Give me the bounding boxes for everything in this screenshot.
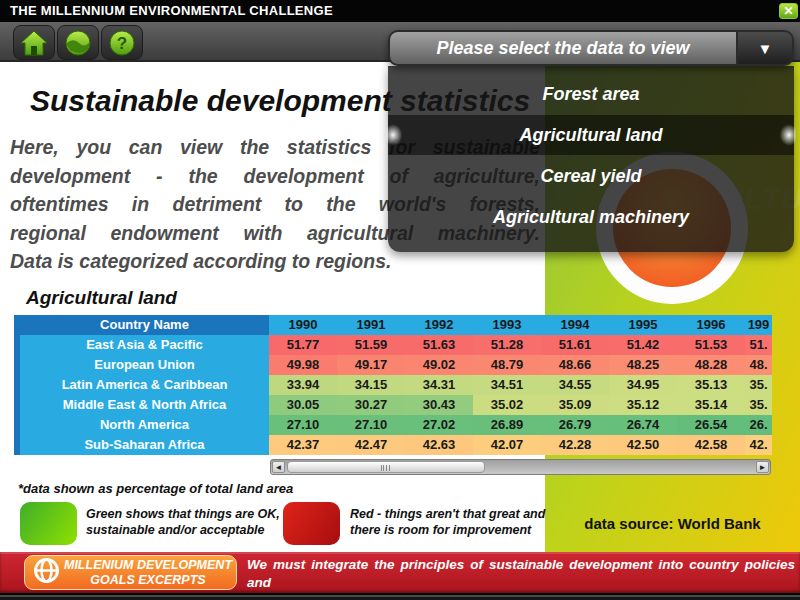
value-cell: 35.: [745, 375, 772, 395]
table-row: Middle East & North Africa30.0530.2730.4…: [20, 395, 772, 415]
region-name: East Asia & Pacific: [20, 335, 269, 355]
value-cell: 42.: [745, 435, 772, 455]
dropdown-option[interactable]: Forest area: [388, 74, 794, 114]
year-header: 1993: [473, 315, 541, 335]
dropdown-arrow-button[interactable]: ▼: [738, 32, 792, 64]
table-row: European Union49.9849.1749.0248.7948.664…: [20, 355, 772, 375]
value-cell: 34.31: [405, 375, 473, 395]
value-cell: 49.98: [269, 355, 337, 375]
legend-green-text: Green shows that things are OK, sustaina…: [86, 506, 280, 538]
dropdown-option-label: Forest area: [542, 84, 639, 105]
year-header: 199: [745, 315, 772, 335]
year-header: 1995: [609, 315, 677, 335]
dropdown-header[interactable]: Please select the data to view ▼: [388, 30, 794, 66]
svg-text:?: ?: [117, 34, 127, 53]
table-row: North America27.1027.1027.0226.8926.7926…: [20, 415, 772, 435]
value-cell: 26.: [745, 415, 772, 435]
value-cell: 48.28: [677, 355, 745, 375]
column-header: Country Name: [20, 315, 269, 335]
globe-button[interactable]: [57, 25, 99, 60]
value-cell: 34.95: [609, 375, 677, 395]
close-icon: ✕: [783, 4, 793, 18]
globe-icon: [64, 29, 92, 57]
scrollbar-thumb[interactable]: [287, 461, 485, 473]
value-cell: 34.51: [473, 375, 541, 395]
scroll-left-icon: ◄: [275, 463, 283, 472]
dropdown-prompt: Please select the data to view: [390, 32, 736, 64]
value-cell: 33.94: [269, 375, 337, 395]
value-cell: 34.15: [337, 375, 405, 395]
value-cell: 35.13: [677, 375, 745, 395]
selection-glow-icon: [386, 118, 412, 152]
value-cell: 26.89: [473, 415, 541, 435]
value-cell: 51.: [745, 335, 772, 355]
value-cell: 35.02: [473, 395, 541, 415]
badge-line: GOALS EXCERPTS: [60, 573, 236, 588]
dropdown-option[interactable]: Cereal yield: [388, 156, 794, 196]
data-source-label: data source: World Bank: [545, 515, 800, 532]
value-cell: 34.55: [541, 375, 609, 395]
value-cell: 51.59: [337, 335, 405, 355]
value-cell: 27.10: [337, 415, 405, 435]
year-header: 1991: [337, 315, 405, 335]
value-cell: 27.10: [269, 415, 337, 435]
legend-green-swatch: [20, 502, 77, 545]
value-cell: 51.53: [677, 335, 745, 355]
legend-line: sustainable and/or acceptable: [86, 522, 280, 538]
year-header: 1996: [677, 315, 745, 335]
value-cell: 42.37: [269, 435, 337, 455]
table-row: Sub-Saharan Africa42.3742.4742.6342.0742…: [20, 435, 772, 455]
help-button[interactable]: ?: [101, 25, 143, 60]
table-scrollbar[interactable]: ◄ ►: [270, 459, 771, 475]
scroll-left-button[interactable]: ◄: [272, 461, 285, 473]
legend-line: Red - things aren't that great and: [350, 506, 545, 522]
value-cell: 42.47: [337, 435, 405, 455]
dropdown-option[interactable]: Agricultural machinery: [388, 197, 794, 237]
value-cell: 49.02: [405, 355, 473, 375]
value-cell: 48.25: [609, 355, 677, 375]
value-cell: 26.74: [609, 415, 677, 435]
title-bar: THE MILLENNIUM ENVIRONMENTAL CHALLENGE: [0, 0, 800, 22]
region-name: Sub-Saharan Africa: [20, 435, 269, 455]
badge-line: MILLENIUM DEVELOPMENT: [60, 558, 236, 573]
value-cell: 51.61: [541, 335, 609, 355]
home-button[interactable]: [13, 25, 55, 60]
section-title: Agricultural land: [26, 287, 177, 309]
value-cell: 42.28: [541, 435, 609, 455]
year-header: 1990: [269, 315, 337, 335]
dropdown-option-label: Agricultural land: [519, 125, 662, 146]
value-cell: 35.09: [541, 395, 609, 415]
close-button[interactable]: ✕: [779, 3, 798, 19]
year-header: 1992: [405, 315, 473, 335]
region-name: Latin America & Caribbean: [20, 375, 269, 395]
value-cell: 48.66: [541, 355, 609, 375]
dropdown-option-label: Cereal yield: [540, 166, 641, 187]
value-cell: 26.79: [541, 415, 609, 435]
value-cell: 30.43: [405, 395, 473, 415]
value-cell: 35.12: [609, 395, 677, 415]
help-icon: ?: [108, 29, 136, 57]
value-cell: 42.07: [473, 435, 541, 455]
quote-line: We must integrate the principles of sust…: [247, 556, 795, 592]
value-cell: 35.14: [677, 395, 745, 415]
value-cell: 35.: [745, 395, 772, 415]
table-row: Latin America & Caribbean33.9434.1534.31…: [20, 375, 772, 395]
scroll-right-button[interactable]: ►: [756, 461, 769, 473]
table-row: East Asia & Pacific51.7751.5951.6351.285…: [20, 335, 772, 355]
dropdown-option[interactable]: Agricultural land: [388, 115, 794, 155]
globe-outline-icon: [33, 557, 60, 588]
scroll-right-icon: ►: [759, 463, 767, 472]
app-window: THE MILLENNIUM ENVIRONMENTAL CHALLENGE ✕: [0, 0, 800, 600]
legend-line: there is room for improvement: [350, 522, 545, 538]
value-cell: 48.79: [473, 355, 541, 375]
chevron-down-icon: ▼: [758, 40, 773, 57]
value-cell: 49.17: [337, 355, 405, 375]
value-cell: 51.42: [609, 335, 677, 355]
year-header: 1994: [541, 315, 609, 335]
table-header-row: Country Name1990199119921993199419951996…: [20, 315, 772, 335]
value-cell: 51.77: [269, 335, 337, 355]
value-cell: 42.63: [405, 435, 473, 455]
home-icon: [19, 29, 49, 57]
value-cell: 30.05: [269, 395, 337, 415]
region-name: North America: [20, 415, 269, 435]
